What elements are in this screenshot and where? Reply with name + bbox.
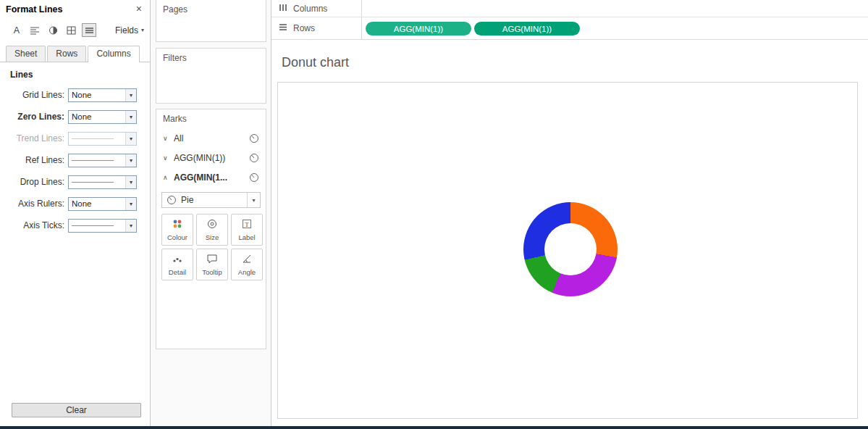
ref-lines-select[interactable]: ▾ — [68, 154, 137, 167]
format-panel-header: Format Lines × — [0, 0, 150, 17]
drop-lines-select[interactable]: ▾ — [68, 175, 137, 189]
format-panel-title: Format Lines — [6, 4, 63, 14]
zero-lines-value: None — [72, 112, 125, 121]
chevron-down-icon: ∨ — [163, 135, 174, 142]
grid-lines-select[interactable]: None ▾ — [68, 88, 137, 102]
axis-rulers-row: Axis Rulers: None ▾ — [0, 193, 150, 214]
pill-agg-min-1[interactable]: AGG(MIN(1)) — [366, 22, 471, 36]
donut-hole — [544, 223, 597, 275]
chevron-down-icon: ∨ — [163, 154, 174, 162]
pie-mark-icon — [249, 172, 259, 183]
rows-shelf[interactable]: Rows AGG(MIN(1)) AGG(MIN(1)) — [271, 17, 868, 40]
trend-lines-row: Trend Lines: ▾ — [0, 128, 150, 149]
tab-rows[interactable]: Rows — [47, 46, 86, 62]
grid-lines-label: Grid Lines: — [0, 90, 68, 100]
marks-layer-agg-min-1-expanded[interactable]: ∧ AGG(MIN(1... — [156, 167, 266, 187]
chevron-down-icon: ▾ — [125, 198, 136, 210]
line-style-sample — [72, 160, 114, 161]
ref-lines-value — [72, 160, 125, 161]
grid-lines-value: None — [72, 91, 125, 99]
marks-layer-label: AGG(MIN(1)) — [174, 153, 249, 163]
chart-canvas — [277, 82, 858, 419]
chevron-down-icon: ▾ — [125, 220, 136, 232]
svg-text:T: T — [245, 220, 249, 228]
axis-rulers-select[interactable]: None ▾ — [68, 197, 137, 211]
donut-chart[interactable] — [523, 202, 618, 296]
tab-sheet[interactable]: Sheet — [6, 46, 46, 62]
filters-shelf[interactable]: Filters — [156, 48, 266, 104]
format-toolbar: A Fields ▾ — [0, 17, 150, 41]
tab-columns[interactable]: Columns — [88, 46, 139, 62]
lines-section-title: Lines — [0, 62, 150, 84]
clear-button[interactable]: Clear — [12, 403, 141, 417]
marks-card: Marks ∨ All ∨ AGG(MIN(1)) — [156, 109, 266, 349]
line-style-sample — [72, 225, 114, 226]
fields-label: Fields — [115, 25, 138, 36]
label-button[interactable]: T Label — [231, 214, 263, 246]
pages-shelf[interactable]: Pages — [156, 0, 266, 42]
format-lines-panel: Format Lines × A Fields ▾ Sheet — [0, 0, 151, 426]
pie-mark-icon — [249, 153, 259, 163]
fields-dropdown[interactable]: Fields ▾ — [115, 25, 144, 36]
angle-button[interactable]: Angle — [231, 249, 263, 280]
tooltip-icon — [206, 254, 218, 266]
detail-icon — [172, 254, 183, 266]
chevron-up-icon: ∧ — [163, 174, 174, 181]
window-bottom-edge — [0, 426, 868, 429]
marks-body: ∨ All ∨ AGG(MIN(1)) ∧ AGG(MIN(1... — [156, 124, 266, 280]
filters-label: Filters — [156, 49, 266, 63]
pages-label: Pages — [156, 0, 266, 14]
colour-button-label: Colour — [167, 233, 187, 241]
lines-icon[interactable] — [82, 23, 96, 37]
chevron-down-icon: ▾ — [125, 133, 136, 145]
pie-mark-icon — [167, 195, 177, 205]
axis-ticks-select[interactable]: ▾ — [68, 219, 137, 233]
marks-layer-label: All — [174, 133, 249, 143]
chevron-down-icon[interactable]: ▾ — [247, 193, 260, 207]
axis-rulers-label: Axis Rulers: — [0, 199, 68, 209]
shading-icon[interactable] — [46, 23, 60, 37]
angle-icon — [241, 254, 253, 266]
trend-lines-value — [72, 138, 125, 139]
close-icon[interactable]: × — [136, 3, 142, 14]
colour-icon — [172, 219, 183, 231]
borders-icon[interactable] — [64, 23, 78, 37]
view-pane: Columns Rows AGG(MIN(1)) AGG(MIN(1)) Don… — [271, 0, 868, 426]
axis-ticks-row: Axis Ticks: ▾ — [0, 214, 150, 236]
zero-lines-label: Zero Lines: — [0, 112, 68, 122]
sheet-title: Donut chart — [282, 55, 349, 70]
rows-shelf-label-box: Rows — [271, 17, 362, 39]
format-tabs: Sheet Rows Columns — [0, 41, 150, 62]
cards-pane: Pages Filters Marks ∨ All ∨ AGG(MIN(1)) — [151, 0, 271, 426]
tooltip-button[interactable]: Tooltip — [196, 249, 228, 280]
size-button[interactable]: Size — [196, 214, 228, 246]
detail-button-label: Detail — [169, 268, 186, 276]
font-icon[interactable]: A — [9, 23, 24, 37]
mark-type-select[interactable]: Pie ▾ — [161, 192, 261, 208]
marks-layer-label: AGG(MIN(1... — [174, 172, 249, 183]
drop-lines-value — [72, 182, 125, 183]
columns-shelf[interactable]: Columns — [271, 0, 868, 17]
tooltip-button-label: Tooltip — [202, 268, 222, 276]
tableau-window: Format Lines × A Fields ▾ Sheet — [0, 0, 868, 429]
detail-button[interactable]: Detail — [161, 249, 193, 280]
ref-lines-row: Ref Lines: ▾ — [0, 149, 150, 171]
zero-lines-select[interactable]: None ▾ — [68, 110, 137, 124]
pill-agg-min-1-duplicate[interactable]: AGG(MIN(1)) — [474, 22, 580, 36]
rows-shelf-label: Rows — [293, 23, 315, 33]
angle-button-label: Angle — [238, 268, 256, 276]
ref-lines-label: Ref Lines: — [0, 155, 68, 165]
rows-icon — [279, 23, 287, 33]
chevron-down-icon: ▾ — [125, 154, 136, 167]
alignment-icon[interactable] — [28, 23, 42, 37]
mark-buttons-grid: Colour Size T Label — [156, 212, 266, 280]
chevron-down-icon: ▾ — [125, 111, 136, 123]
colour-button[interactable]: Colour — [161, 214, 193, 246]
label-button-label: Label — [238, 233, 255, 241]
axis-ticks-value — [72, 225, 125, 226]
zero-lines-row: Zero Lines: None ▾ — [0, 106, 150, 128]
marks-layer-agg-min-1[interactable]: ∨ AGG(MIN(1)) — [156, 148, 266, 167]
marks-layer-all[interactable]: ∨ All — [156, 128, 266, 148]
axis-ticks-label: Axis Ticks: — [0, 220, 68, 230]
pie-mark-icon — [249, 133, 259, 143]
